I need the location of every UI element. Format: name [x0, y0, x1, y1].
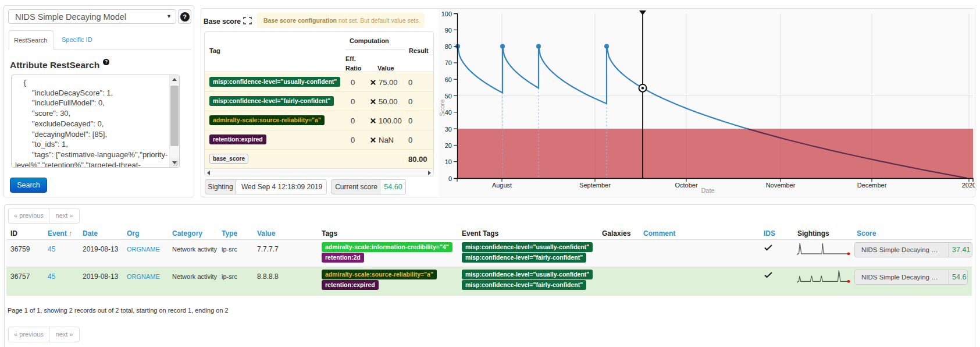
svg-text:September: September	[579, 182, 611, 189]
svg-text:0: 0	[448, 175, 452, 182]
svg-text:100: 100	[441, 10, 452, 17]
svg-text:Date: Date	[701, 187, 714, 194]
svg-text:70: 70	[445, 59, 452, 66]
svg-text:10: 10	[445, 158, 452, 165]
svg-text:October: October	[675, 182, 697, 189]
svg-text:2020: 2020	[962, 182, 975, 189]
svg-text:20: 20	[445, 142, 452, 149]
svg-text:90: 90	[445, 27, 452, 34]
svg-text:40: 40	[445, 109, 452, 116]
svg-text:August: August	[492, 182, 512, 189]
svg-text:Score: Score	[439, 100, 446, 116]
svg-text:November: November	[766, 182, 796, 189]
svg-text:50: 50	[445, 93, 452, 100]
svg-text:80: 80	[445, 43, 452, 50]
svg-text:December: December	[857, 182, 887, 189]
svg-text:30: 30	[445, 126, 452, 133]
svg-text:60: 60	[445, 76, 452, 83]
